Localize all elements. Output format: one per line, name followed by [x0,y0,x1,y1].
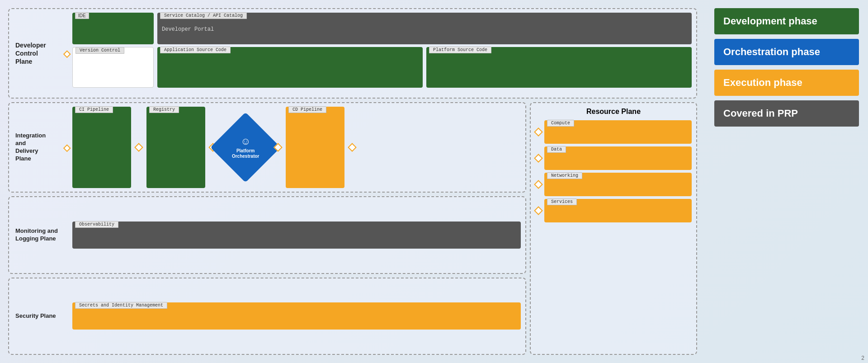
dev-bottom-row: Version Control Application Source Code … [72,47,692,88]
registry-tag: Registry [149,106,179,113]
legend-panel: Development phase Orchestration phase Ex… [705,0,868,363]
legend-orchestration: Orchestration phase [714,39,859,65]
security-plane: Security Plane Secrets and Identity Mana… [8,278,526,355]
version-control-block: Version Control [72,47,154,88]
legend-prp: Covered in PRP [714,100,859,127]
data-tag: Data [547,146,566,153]
developer-control-plane-label: Developer Control Plane [9,9,68,98]
connector-ci-registry [134,143,143,152]
lower-area: Integration and Delivery Plane CI Pipeli… [8,102,697,355]
monitoring-content: Observability [68,197,525,273]
version-control-tag: Version Control [75,47,124,54]
connector-cd-resource [348,143,357,152]
legend-development: Development phase [714,8,859,34]
integration-delivery-label: Integration and Delivery Plane [9,103,68,192]
services-tag: Services [547,198,577,205]
resource-services: Services [544,199,692,222]
resource-data-row: Data [535,146,692,170]
platform-source-block: Platform Source Code [426,47,692,88]
security-content: Secrets and Identity Management [68,278,525,354]
cd-pipeline-tag: CD Pipeline [288,106,326,113]
resource-compute-row: Compute [535,120,692,144]
connector-data [534,154,543,163]
service-catalog-sub: Developer Portal [162,26,214,33]
dev-plane-content: IDE Service Catalog / API Catalog Develo… [68,9,696,98]
resource-items: Compute Data Networking [535,120,692,222]
resource-plane: Resource Plane Compute Data [530,102,697,355]
service-catalog-tag: Service Catalog / API Catalog [160,12,247,19]
observability-block: Observability [72,222,521,249]
monitoring-logging-plane: Monitoring and Logging Plane Observabili… [8,196,526,274]
ide-block: IDE [72,13,154,44]
observability-tag: Observability [75,221,118,228]
platform-source-tag: Platform Source Code [429,47,491,53]
registry-block: Registry [146,107,205,188]
lower-left: Integration and Delivery Plane CI Pipeli… [8,102,526,355]
ci-pipeline-block: CI Pipeline [72,107,131,188]
compute-tag: Compute [547,120,574,127]
resource-compute: Compute [544,120,692,144]
networking-tag: Networking [547,172,582,179]
legend-execution: Execution phase [714,70,859,96]
cd-pipeline-block: CD Pipeline [286,107,344,188]
security-plane-label: Security Plane [9,278,68,354]
page-number: 2 [861,355,864,361]
resource-plane-label: Resource Plane [535,108,692,116]
connector-services [534,206,543,215]
orchestrator-inner: ☺ PlatformOrchestrator [232,136,259,159]
integration-content: CI Pipeline Registry ☺ [68,103,525,192]
service-catalog-block: Service Catalog / API Catalog Developer … [157,13,692,44]
resource-services-row: Services [535,199,692,222]
connector-compute [534,127,543,137]
orchestrator-label: PlatformOrchestrator [232,148,259,159]
connector-networking [534,180,543,189]
app-source-block: Application Source Code [157,47,423,88]
ci-pipeline-tag: CI Pipeline [75,106,113,113]
ide-tag: IDE [75,12,89,19]
resource-networking-row: Networking [535,173,692,196]
secrets-tag: Secrets and Identity Management [75,302,167,309]
orchestrator-diamond: ☺ PlatformOrchestrator [210,112,281,183]
orchestrator-icon: ☺ [241,136,250,147]
resource-data: Data [544,146,692,170]
developer-control-plane: Developer Control Plane IDE Service Cata… [8,8,697,99]
secrets-block: Secrets and Identity Management [72,302,521,330]
main-diagram: Developer Control Plane IDE Service Cata… [0,0,705,363]
monitoring-logging-label: Monitoring and Logging Plane [9,197,68,273]
orchestrator-container: ☺ PlatformOrchestrator [221,123,270,172]
dev-top-row: IDE Service Catalog / API Catalog Develo… [72,13,692,44]
integration-delivery-plane: Integration and Delivery Plane CI Pipeli… [8,102,526,193]
resource-networking: Networking [544,173,692,196]
app-source-tag: Application Source Code [160,47,231,53]
